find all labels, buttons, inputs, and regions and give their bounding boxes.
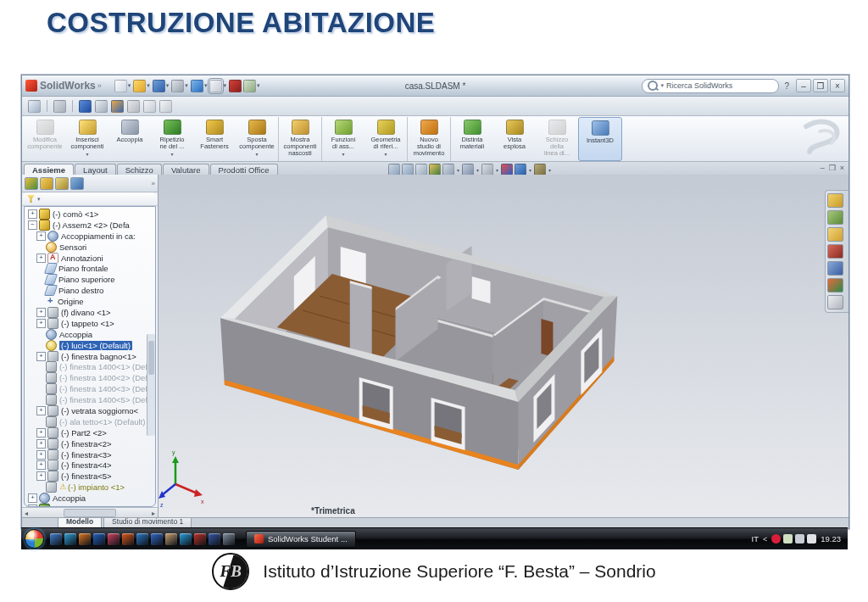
- tree-item[interactable]: Piano destro: [25, 285, 155, 296]
- search-box[interactable]: ▾ Ricerca SolidWorks: [642, 79, 779, 93]
- display-style-icon[interactable]: [462, 164, 474, 176]
- undo-icon[interactable]: [191, 80, 203, 92]
- tree-item[interactable]: +(-) finestra<2>: [25, 438, 155, 449]
- search-input[interactable]: Ricerca SolidWorks: [666, 81, 732, 90]
- view-settings-icon[interactable]: [534, 164, 546, 176]
- view-palette-icon[interactable]: [827, 244, 843, 259]
- scroll-left-icon[interactable]: ◂: [25, 510, 28, 517]
- sposta-componente-dropdown[interactable]: ▾: [255, 151, 258, 158]
- geometria-di-riferimento-dropdown[interactable]: ▾: [384, 151, 387, 158]
- tree-vertical-scrollbar[interactable]: [147, 334, 155, 436]
- view-orientation-icon-dropdown[interactable]: ▾: [457, 167, 459, 173]
- minimize-button[interactable]: –: [796, 79, 811, 92]
- tree-item[interactable]: +(-) finestra<5>: [25, 471, 155, 482]
- scroll-thumb[interactable]: [64, 509, 116, 517]
- tree-item[interactable]: +(f) divano <1>: [25, 307, 155, 318]
- filter-icon[interactable]: [415, 164, 427, 176]
- new-document-icon[interactable]: [114, 80, 127, 92]
- quicklaunch-icon-1[interactable]: [50, 533, 62, 545]
- tree-expander-icon[interactable]: +: [36, 428, 46, 438]
- quicklaunch-icon-2[interactable]: [64, 533, 76, 545]
- tree-item[interactable]: +(-) finestra bagno<1>: [25, 351, 155, 362]
- undo-icon-dropdown[interactable]: ▾: [204, 82, 208, 89]
- tree-expander-icon[interactable]: +: [36, 352, 46, 361]
- scenes-icon[interactable]: [827, 278, 843, 293]
- distinta-materiali-button[interactable]: Distinta materiali: [451, 117, 493, 161]
- tree-item[interactable]: +(-) finestra<4>: [25, 460, 155, 471]
- apply-scene-icon-dropdown[interactable]: ▾: [529, 167, 531, 173]
- tree-item[interactable]: (-) luci<1> (Default): [25, 340, 155, 351]
- tree-item[interactable]: (-) finestra 1400<5> (Def: [25, 394, 155, 405]
- doc-minimize-button[interactable]: –: [821, 164, 825, 172]
- model-viewport[interactable]: y x z *Trimetrica: [159, 175, 849, 518]
- tree-item[interactable]: Piano frontale: [25, 263, 155, 274]
- scroll-right-icon[interactable]: ▸: [152, 510, 155, 517]
- tree-expander-icon[interactable]: +: [36, 319, 46, 328]
- tree-tabs-overflow-icon[interactable]: »: [152, 180, 155, 187]
- wireframe-cube-icon[interactable]: [143, 100, 156, 113]
- tree-item[interactable]: Accoppia: [25, 329, 155, 340]
- inserisci-componenti-dropdown[interactable]: ▾: [86, 151, 88, 158]
- tree-expander-icon[interactable]: +: [36, 406, 46, 415]
- rebuild-icon[interactable]: [229, 80, 242, 92]
- quicklaunch-icon-9[interactable]: [165, 533, 177, 545]
- tree-expander-icon[interactable]: +: [28, 504, 37, 507]
- tree-item[interactable]: (-) finestra 1400<2> (Def: [25, 372, 155, 383]
- shaded-cube-icon[interactable]: [79, 100, 92, 113]
- funzioni-di-assieme-dropdown[interactable]: ▾: [342, 151, 344, 158]
- select-icon-dropdown[interactable]: ▾: [223, 82, 226, 89]
- tree-item[interactable]: +(-) comò <1>: [25, 209, 155, 220]
- tree-item[interactable]: +Accoppia: [25, 493, 155, 504]
- volume-icon[interactable]: [807, 534, 816, 543]
- zoom-fit-icon[interactable]: [388, 164, 400, 176]
- tree-item[interactable]: +(-) finestra<3>: [25, 449, 155, 460]
- language-indicator[interactable]: IT: [752, 534, 759, 543]
- search-dropdown-icon[interactable]: ▾: [660, 82, 664, 89]
- view-orientation-icon[interactable]: [442, 164, 454, 176]
- view-settings-icon-dropdown[interactable]: ▾: [548, 167, 551, 173]
- sphere-icon[interactable]: [127, 100, 140, 113]
- tree-expander-icon[interactable]: −: [28, 220, 37, 230]
- tree-item[interactable]: Sensori: [25, 242, 155, 253]
- tree-item[interactable]: (-) ala tetto<1> (Default): [25, 416, 155, 427]
- inserisci-componenti-button[interactable]: Inserisci componenti▾: [66, 117, 108, 161]
- options-icon[interactable]: [243, 80, 256, 92]
- tree-expander-icon[interactable]: +: [36, 254, 46, 263]
- custom-properties-icon[interactable]: [827, 295, 843, 309]
- design-library-icon[interactable]: [827, 210, 843, 225]
- quicklaunch-icon-12[interactable]: [209, 533, 220, 545]
- tree-item[interactable]: +Accoppiamenti in ca:: [25, 231, 155, 242]
- print-icon-dropdown[interactable]: ▾: [185, 82, 188, 89]
- tree-item[interactable]: +(-) vetrata soggiorno<: [25, 405, 155, 416]
- brand-chevron-icon[interactable]: »: [97, 81, 102, 90]
- file-explorer-icon[interactable]: [827, 227, 843, 242]
- geometria-di-riferimento-button[interactable]: Geometria di riferi...▾: [364, 117, 408, 161]
- featuremanager-tab-icon[interactable]: [25, 177, 38, 190]
- clock[interactable]: 19.23: [821, 534, 841, 543]
- tree-item[interactable]: +⚠Taglio-Estrusione3: [25, 504, 155, 507]
- tree-item[interactable]: ⚠(-) impianto <1>: [25, 482, 155, 493]
- doc-close-button[interactable]: ×: [840, 164, 844, 172]
- instant3d-button[interactable]: Instant3D: [578, 117, 622, 161]
- propertymanager-tab-icon[interactable]: [40, 177, 53, 190]
- zoom-area-icon[interactable]: [402, 164, 414, 176]
- start-button[interactable]: [25, 529, 44, 549]
- tree-item[interactable]: (-) finestra 1400<3> (Def: [25, 383, 155, 394]
- help-button[interactable]: ?: [784, 81, 789, 91]
- tree-expander-icon[interactable]: +: [36, 471, 46, 481]
- smart-fasteners-button[interactable]: Smart Fasteners: [193, 117, 236, 161]
- battery-icon[interactable]: [783, 534, 793, 543]
- taskbar-window-button[interactable]: SolidWorks Student ...: [246, 531, 356, 548]
- tree-item[interactable]: Origine: [25, 296, 155, 307]
- sposta-componente-button[interactable]: Sposta componente▾: [236, 117, 279, 161]
- apply-scene-icon[interactable]: [515, 164, 526, 176]
- new-document-icon-dropdown[interactable]: ▾: [128, 82, 131, 89]
- ripetizione-dropdown[interactable]: ▾: [170, 151, 173, 158]
- assembly-tool-icon[interactable]: [53, 100, 66, 113]
- options-icon-dropdown[interactable]: ▾: [257, 82, 260, 89]
- close-button[interactable]: ×: [830, 79, 845, 92]
- tree-expander-icon[interactable]: +: [36, 450, 46, 460]
- display-style-icon-dropdown[interactable]: ▾: [476, 167, 479, 173]
- open-folder-icon[interactable]: [133, 80, 146, 92]
- quicklaunch-icon-13[interactable]: [223, 533, 235, 545]
